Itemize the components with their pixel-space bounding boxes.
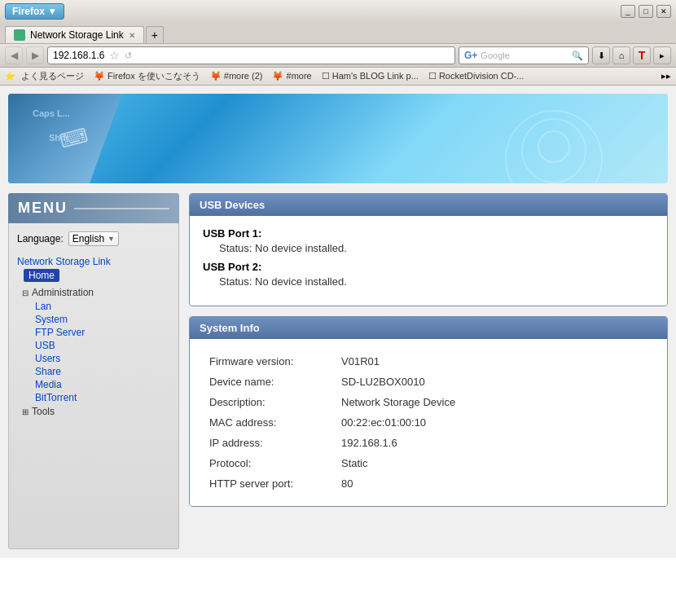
nav-admin-label: Administration [32, 287, 94, 298]
navigation-bar: ◀ ▶ 192.168.1.6 ☆ ↺ G+ Google 🔍 ⬇ ⌂ T ▸ [0, 43, 676, 68]
language-row: Language: English ▼ [17, 231, 170, 246]
main-layout: MENU Language: English ▼ Network Stor [8, 193, 668, 549]
reload-icon[interactable]: ↺ [125, 51, 132, 61]
nav-downloads-icon[interactable]: ⬇ [592, 46, 610, 64]
nav-admin-header[interactable]: ⊟ Administration [22, 287, 170, 298]
nav-item-share[interactable]: Share [22, 365, 170, 378]
address-text: 192.168.1.6 [53, 50, 104, 61]
close-button[interactable]: ✕ [656, 5, 671, 18]
nav-storage-link[interactable]: Network Storage Link [17, 256, 170, 267]
sysinfo-card-title: System Info [200, 322, 260, 334]
sysinfo-table: Firmware version:V01R01Device name:SD-LU… [203, 350, 654, 495]
sysinfo-label-0: Firmware version: [204, 352, 335, 371]
system-info-card: System Info Firmware version:V01R01Devic… [189, 316, 668, 507]
nav-tools-label: Tools [32, 406, 55, 417]
bookmarks-more-icon[interactable]: ▸▸ [661, 71, 671, 81]
google-search-icon: G+ [464, 50, 477, 61]
tab-bar: Network Storage Link ✕ + [0, 23, 676, 43]
menu-header: MENU [8, 193, 179, 223]
deco-circle-small [538, 130, 570, 163]
maximize-button[interactable]: □ [639, 5, 653, 18]
language-select[interactable]: English ▼ [68, 231, 119, 246]
nav-item-media[interactable]: Media [22, 378, 170, 391]
address-bar[interactable]: 192.168.1.6 ☆ ↺ [47, 46, 455, 64]
usb-card-body: USB Port 1: Status: No device installed.… [190, 216, 667, 306]
search-bar[interactable]: G+ Google 🔍 [459, 46, 589, 64]
language-label: Language: [17, 233, 64, 244]
nav-item-bittorrent[interactable]: BitTorrent [22, 391, 170, 404]
sysinfo-label-1: Device name: [204, 372, 335, 391]
header-keyboard-image: ⌨ [8, 94, 138, 183]
menu-header-line [74, 208, 169, 209]
sysinfo-row-5: Protocol:Static [204, 454, 652, 473]
sysinfo-row-1: Device name:SD-LU2BOX0010 [204, 372, 652, 391]
browser-window: Firefox ▼ _ □ ✕ Network Storage Link ✕ +… [0, 0, 676, 558]
nav-item-users[interactable]: Users [22, 352, 170, 365]
page-content: ⌨ Caps L... Shift MENU Language: [0, 86, 676, 558]
title-bar: Firefox ▼ _ □ ✕ [0, 0, 676, 23]
bookmarks-star-icon: ⭐ [5, 72, 15, 81]
nav-item-ftp[interactable]: FTP Server [22, 326, 170, 339]
search-submit-icon[interactable]: 🔍 [572, 51, 583, 61]
usb-card-title: USB Devices [200, 199, 265, 211]
sysinfo-label-6: HTTP server port: [204, 474, 335, 493]
nav-tools-group[interactable]: ⊞ Tools [22, 406, 170, 417]
sysinfo-label-5: Protocol: [204, 454, 335, 473]
forward-button[interactable]: ▶ [26, 46, 44, 64]
search-placeholder: Google [481, 51, 568, 60]
usb-port-1-status: Status: No device installed. [219, 242, 654, 254]
menu-title: MENU [18, 200, 68, 217]
content-area: USB Devices USB Port 1: Status: No devic… [189, 193, 668, 549]
nav-tools-expand-icon: ⊞ [22, 407, 29, 416]
active-tab[interactable]: Network Storage Link ✕ [5, 26, 144, 43]
sysinfo-value-0: V01R01 [336, 352, 652, 371]
bookmark-yoku[interactable]: よく見るページ [18, 69, 87, 83]
tab-title: Network Storage Link [30, 29, 124, 41]
usb-port-1-label: USB Port 1: [203, 227, 654, 240]
bookmarks-bar: ⭐ よく見るページ 🦊 Firefox を使いこなそう 🦊 #more (2) … [0, 68, 676, 86]
new-tab-button[interactable]: + [146, 26, 164, 43]
bookmark-firefox[interactable]: 🦊 Firefox を使いこなそう [90, 69, 204, 83]
bookmark-rocket[interactable]: ☐ RocketDivision CD-... [425, 70, 528, 82]
sidebar: MENU Language: English ▼ Network Stor [8, 193, 179, 549]
sysinfo-value-4: 192.168.1.6 [336, 433, 652, 452]
sysinfo-value-6: 80 [336, 474, 652, 493]
window-controls: _ □ ✕ [621, 5, 671, 18]
sysinfo-row-6: HTTP server port:80 [204, 474, 652, 493]
tab-close-button[interactable]: ✕ [129, 31, 135, 40]
bookmark-ham[interactable]: ☐ Ham's BLOG Link p... [318, 70, 422, 82]
sysinfo-row-3: MAC address:00:22:ec:01:00:10 [204, 413, 652, 432]
nav-item-lan[interactable]: Lan [22, 300, 170, 313]
language-select-arrow: ▼ [108, 235, 115, 243]
usb-card-header: USB Devices [190, 194, 667, 216]
bookmark-more1[interactable]: 🦊 #more (2) [207, 70, 266, 82]
usb-devices-card: USB Devices USB Port 1: Status: No devic… [189, 193, 668, 306]
nav-home-item[interactable]: Home [24, 269, 59, 282]
nav-item-system[interactable]: System [22, 313, 170, 326]
sysinfo-card-header: System Info [190, 317, 667, 339]
nav-more-icon[interactable]: ▸ [653, 46, 671, 64]
usb-port-1: USB Port 1: Status: No device installed. [203, 227, 654, 254]
bookmark-more2[interactable]: 🦊 #more [269, 70, 314, 82]
caps-label: Caps L... [33, 108, 70, 118]
sysinfo-value-5: Static [336, 454, 652, 473]
firefox-button[interactable]: Firefox ▼ [5, 3, 64, 20]
sysinfo-row-0: Firmware version:V01R01 [204, 352, 652, 371]
sysinfo-value-3: 00:22:ec:01:00:10 [336, 413, 652, 432]
sysinfo-label-2: Description: [204, 393, 335, 411]
nav-home-icon[interactable]: ⌂ [612, 46, 630, 64]
sysinfo-label-4: IP address: [204, 433, 335, 452]
nav-menu-icon[interactable]: T [633, 46, 651, 64]
bookmark-star-icon[interactable]: ☆ [109, 49, 120, 62]
nav-item-usb[interactable]: USB [22, 339, 170, 352]
language-value: English [72, 233, 104, 244]
sysinfo-row-4: IP address:192.168.1.6 [204, 433, 652, 452]
nav-admin-collapse-icon: ⊟ [22, 288, 29, 297]
site-header: ⌨ Caps L... Shift [8, 94, 668, 183]
sidebar-body: Language: English ▼ Network Storage Link… [8, 223, 179, 549]
usb-port-2-label: USB Port 2: [203, 261, 654, 273]
back-button[interactable]: ◀ [5, 46, 23, 64]
minimize-button[interactable]: _ [621, 5, 635, 18]
usb-port-2: USB Port 2: Status: No device installed. [203, 261, 654, 288]
sysinfo-card-body: Firmware version:V01R01Device name:SD-LU… [190, 339, 667, 506]
